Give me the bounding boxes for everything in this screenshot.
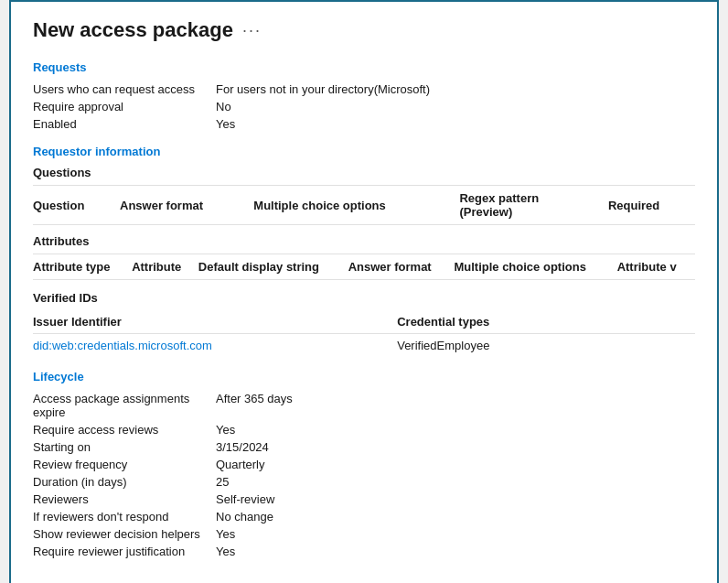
col-attr-attr: Attribute (132, 254, 198, 280)
requestor-section: Requestor information Questions Question… (33, 145, 695, 280)
if-no-respond-value: No change (216, 509, 695, 524)
require-approval-value: No (216, 99, 695, 114)
questions-table-wrapper: Question Answer format Multiple choice o… (33, 185, 695, 225)
requestor-section-title: Requestor information (33, 145, 695, 158)
lifecycle-section-title: Lifecycle (33, 370, 695, 383)
users-request-value: For users not in your directory(Microsof… (216, 81, 695, 97)
ellipsis-button[interactable]: ··· (242, 21, 262, 40)
review-frequency-value: Quarterly (216, 457, 695, 472)
enabled-value: Yes (216, 116, 695, 132)
col-regex-pattern: Regex pattern(Preview) (459, 186, 607, 225)
col-credential-types: Credential types (397, 310, 695, 334)
requests-section: Requests Users who can request access Fo… (33, 60, 695, 132)
review-frequency-label: Review frequency (33, 457, 216, 472)
requests-section-title: Requests (33, 60, 695, 74)
col-attr-v: Attribute v (617, 254, 695, 280)
assignments-expire-label: Access package assignments expire (33, 391, 216, 420)
verified-ids-table: Issuer Identifier Credential types did:w… (33, 310, 695, 357)
requests-info-grid: Users who can request access For users n… (33, 81, 695, 132)
lifecycle-info-grid: Access package assignments expire After … (33, 391, 695, 559)
col-answer-format-q: Answer format (120, 186, 253, 225)
access-reviews-value: Yes (216, 422, 695, 437)
verified-ids-title: Verified IDs (33, 291, 695, 305)
starting-on-value: 3/15/2024 (216, 439, 695, 455)
duration-label: Duration (in days) (33, 474, 216, 490)
verified-ids-row: did:web:credentials.microsoft.com Verifi… (33, 334, 695, 358)
if-no-respond-label: If reviewers don't respond (33, 509, 216, 524)
reviewers-value: Self-review (216, 491, 695, 507)
starting-on-label: Starting on (33, 439, 216, 455)
enabled-label: Enabled (33, 116, 216, 132)
attributes-table-wrapper: Attribute type Attribute Default display… (33, 254, 695, 280)
page-title: New access package (33, 18, 233, 42)
attributes-subtitle: Attributes (33, 234, 695, 248)
col-question: Question (33, 186, 120, 225)
attributes-table: Attribute type Attribute Default display… (33, 254, 695, 280)
reviewer-justification-label: Require reviewer justification (33, 544, 216, 559)
col-multiple-choice-q: Multiple choice options (253, 186, 459, 225)
col-default-display: Default display string (198, 254, 348, 280)
show-helpers-value: Yes (216, 526, 695, 542)
col-required: Required (608, 186, 695, 225)
main-window: New access package ··· Requests Users wh… (9, 0, 719, 583)
verified-ids-section: Verified IDs Issuer Identifier Credentia… (33, 291, 695, 357)
col-answer-format-a: Answer format (348, 254, 455, 280)
reviewers-label: Reviewers (33, 491, 216, 507)
lifecycle-section: Lifecycle Access package assignments exp… (33, 370, 695, 559)
col-attr-type: Attribute type (33, 254, 132, 280)
show-helpers-label: Show reviewer decision helpers (33, 526, 216, 542)
page-title-row: New access package ··· (33, 18, 695, 42)
col-multiple-choice-a: Multiple choice options (454, 254, 616, 280)
require-approval-label: Require approval (33, 99, 216, 114)
questions-table: Question Answer format Multiple choice o… (33, 186, 695, 225)
questions-subtitle: Questions (33, 166, 695, 179)
reviewer-justification-value: Yes (216, 544, 695, 559)
issuer-identifier-value: did:web:credentials.microsoft.com (33, 334, 397, 358)
credential-type-value: VerifiedEmployee (397, 334, 695, 358)
users-request-label: Users who can request access (33, 81, 216, 97)
issuer-link[interactable]: did:web:credentials.microsoft.com (33, 339, 212, 352)
access-reviews-label: Require access reviews (33, 422, 216, 437)
duration-value: 25 (216, 474, 695, 490)
col-issuer-identifier: Issuer Identifier (33, 310, 397, 334)
assignments-expire-value: After 365 days (216, 391, 695, 420)
